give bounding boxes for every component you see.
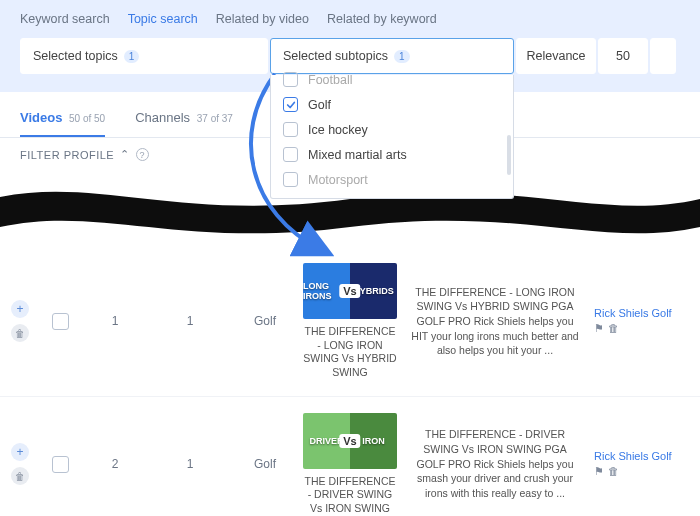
row-video-cell: DRIVER IRON Vs THE DIFFERENCE - DRIVER S…: [300, 413, 400, 516]
help-icon[interactable]: ?: [136, 148, 149, 161]
subtopic-option[interactable]: Ice hockey: [271, 117, 513, 142]
tab-channels-count: 37 of 37: [197, 113, 233, 124]
row-actions: + 🗑: [0, 300, 40, 342]
video-thumbnail[interactable]: LONG IRONS HYBRIDS Vs: [303, 263, 397, 319]
pagesize-dropdown[interactable]: 50: [598, 38, 648, 74]
result-row: + 🗑 2 1 Golf DRIVER IRON Vs THE DIFFEREN…: [0, 397, 700, 516]
subtopic-label: Ice hockey: [308, 123, 368, 137]
row-checkbox[interactable]: [52, 456, 69, 473]
tab-topic-search[interactable]: Topic search: [128, 12, 198, 26]
remove-button[interactable]: 🗑: [11, 467, 29, 485]
selected-subtopics-label: Selected subtopics: [283, 49, 388, 63]
filter-end-control[interactable]: [650, 38, 676, 74]
checkbox-icon: [283, 122, 298, 137]
row-col1: 2: [80, 457, 150, 471]
vs-badge: Vs: [339, 434, 360, 448]
subtopic-option[interactable]: Mixed martial arts: [271, 142, 513, 167]
tab-keyword-search[interactable]: Keyword search: [20, 12, 110, 26]
sort-dropdown[interactable]: Relevance: [516, 38, 596, 74]
vs-badge: Vs: [339, 284, 360, 298]
chevron-up-icon: ⌃: [120, 148, 130, 161]
tab-related-keyword[interactable]: Related by keyword: [327, 12, 437, 26]
row-col1: 1: [80, 314, 150, 328]
tab-videos[interactable]: Videos 50 of 50: [20, 110, 105, 137]
row-topic: Golf: [230, 457, 300, 471]
tab-videos-label: Videos: [20, 110, 62, 125]
remove-button[interactable]: 🗑: [11, 324, 29, 342]
checkbox-icon: [283, 172, 298, 187]
row-col2: 1: [150, 457, 230, 471]
selected-topics-dropdown[interactable]: Selected topics 1: [20, 38, 268, 74]
channel-link[interactable]: Rick Shiels Golf: [594, 307, 672, 319]
checkbox-checked-icon: [283, 97, 298, 112]
row-checkbox-cell: [40, 313, 80, 330]
row-actions: + 🗑: [0, 443, 40, 485]
tab-channels-label: Channels: [135, 110, 190, 125]
subtopic-label: Golf: [308, 98, 331, 112]
video-description: THE DIFFERENCE - LONG IRON SWING Vs HYBR…: [400, 285, 590, 358]
filter-profile-label: FILTER PROFILE: [20, 149, 114, 161]
subtopics-dropdown-panel: Football Golf Ice hockey Mixed martial a…: [270, 75, 514, 199]
row-col2: 1: [150, 314, 230, 328]
tab-videos-count: 50 of 50: [69, 113, 105, 124]
row-checkbox[interactable]: [52, 313, 69, 330]
video-description: THE DIFFERENCE - DRIVER SWING Vs IRON SW…: [400, 427, 590, 500]
search-type-tabs: Keyword search Topic search Related by v…: [20, 12, 680, 26]
subtopic-label: Mixed martial arts: [308, 148, 407, 162]
result-row: + 🗑 1 1 Golf LONG IRONS HYBRIDS Vs THE D…: [0, 247, 700, 397]
channel-cell: Rick Shiels Golf ⚑ 🗑: [590, 450, 682, 478]
tab-related-video[interactable]: Related by video: [216, 12, 309, 26]
topics-count-badge: 1: [124, 50, 140, 63]
dropdown-scrollbar[interactable]: [507, 135, 511, 175]
row-checkbox-cell: [40, 456, 80, 473]
subtopic-label: Football: [308, 73, 352, 87]
filter-row: Selected topics 1 Selected subtopics 1 F…: [20, 38, 680, 74]
tab-channels[interactable]: Channels 37 of 37: [135, 110, 233, 137]
channel-link[interactable]: Rick Shiels Golf: [594, 450, 672, 462]
flag-icon[interactable]: ⚑: [594, 465, 604, 478]
selected-subtopics-dropdown[interactable]: Selected subtopics 1 Football Golf Ice h…: [270, 38, 514, 74]
sort-label: Relevance: [526, 49, 585, 63]
top-filter-area: Keyword search Topic search Related by v…: [0, 0, 700, 92]
row-video-cell: LONG IRONS HYBRIDS Vs THE DIFFERENCE - L…: [300, 263, 400, 380]
channel-cell: Rick Shiels Golf ⚑ 🗑: [590, 307, 682, 335]
pagesize-value: 50: [616, 49, 630, 63]
video-thumbnail[interactable]: DRIVER IRON Vs: [303, 413, 397, 469]
video-title[interactable]: THE DIFFERENCE - DRIVER SWING Vs IRON SW…: [300, 475, 400, 516]
delete-icon[interactable]: 🗑: [608, 322, 619, 335]
subtopics-count-badge: 1: [394, 50, 410, 63]
subtopic-label: Motorsport: [308, 173, 368, 187]
checkbox-icon: [283, 72, 298, 87]
selected-topics-label: Selected topics: [33, 49, 118, 63]
video-title[interactable]: THE DIFFERENCE - LONG IRON SWING Vs HYBR…: [300, 325, 400, 380]
subtopic-option[interactable]: Motorsport: [271, 167, 513, 192]
checkbox-icon: [283, 147, 298, 162]
subtopic-option[interactable]: Football: [271, 67, 513, 92]
row-topic: Golf: [230, 314, 300, 328]
add-button[interactable]: +: [11, 443, 29, 461]
delete-icon[interactable]: 🗑: [608, 465, 619, 478]
add-button[interactable]: +: [11, 300, 29, 318]
subtopic-option-golf[interactable]: Golf: [271, 92, 513, 117]
flag-icon[interactable]: ⚑: [594, 322, 604, 335]
